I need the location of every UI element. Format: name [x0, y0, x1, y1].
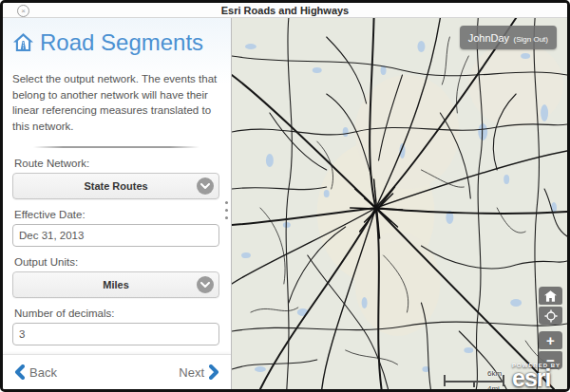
crosshair-icon — [544, 309, 558, 323]
next-button[interactable]: Next — [179, 364, 219, 380]
home-extent-button[interactable] — [539, 287, 562, 305]
title-bar: × Esri Roads and Highways — [3, 3, 567, 18]
output-units-dropdown[interactable]: Miles — [12, 271, 219, 298]
instruction-text: Select the output network. The events th… — [12, 71, 219, 135]
close-icon[interactable]: × — [17, 5, 29, 17]
effective-date-input[interactable] — [12, 224, 219, 247]
road-network-basemap — [232, 18, 567, 389]
route-network-value: State Routes — [84, 180, 147, 192]
output-units-label: Output Units: — [14, 256, 219, 268]
number-of-decimals-input[interactable] — [12, 323, 219, 345]
route-network-label: Route Network: — [14, 158, 219, 169]
app-window: × Esri Roads and Highways — [0, 0, 570, 392]
divider — [33, 146, 200, 148]
chevron-left-icon — [14, 364, 25, 380]
back-button[interactable]: Back — [14, 364, 57, 380]
scale-mi-label: 4mi — [487, 384, 500, 389]
map-controls: + − — [539, 287, 562, 369]
locate-button[interactable] — [539, 307, 562, 325]
chevron-right-icon — [209, 364, 219, 380]
scale-km-label: 6km — [487, 369, 502, 378]
home-road-icon — [12, 32, 34, 53]
panel-resize-handle[interactable] — [225, 201, 228, 219]
wizard-navbar: Back Next — [3, 354, 231, 389]
route-network-dropdown[interactable]: State Routes — [12, 173, 219, 199]
user-sign-out-button[interactable]: JohnDay (Sign Out) — [460, 26, 557, 49]
output-units-value: Miles — [103, 279, 129, 290]
window-title: Esri Roads and Highways — [221, 5, 349, 16]
chevron-down-icon — [197, 177, 214, 195]
zoom-in-button[interactable]: + — [539, 331, 562, 349]
house-icon — [544, 290, 557, 302]
number-of-decimals-label: Number of decimals: — [14, 308, 219, 319]
wizard-panel: Road Segments Select the output network.… — [3, 18, 231, 389]
back-label: Back — [29, 365, 57, 380]
page-title: Road Segments — [40, 29, 203, 56]
scale-bar: 6km 4mi — [444, 370, 510, 389]
esri-logo: POWERED BY esri — [512, 363, 560, 388]
effective-date-label: Effective Date: — [14, 209, 219, 220]
sign-out-label: (Sign Out) — [514, 35, 548, 44]
chevron-down-icon — [197, 276, 214, 293]
esri-brand-text: esri — [512, 368, 560, 388]
user-name: JohnDay — [468, 32, 509, 44]
map-canvas[interactable]: JohnDay (Sign Out) — [231, 18, 567, 389]
next-label: Next — [179, 365, 204, 380]
